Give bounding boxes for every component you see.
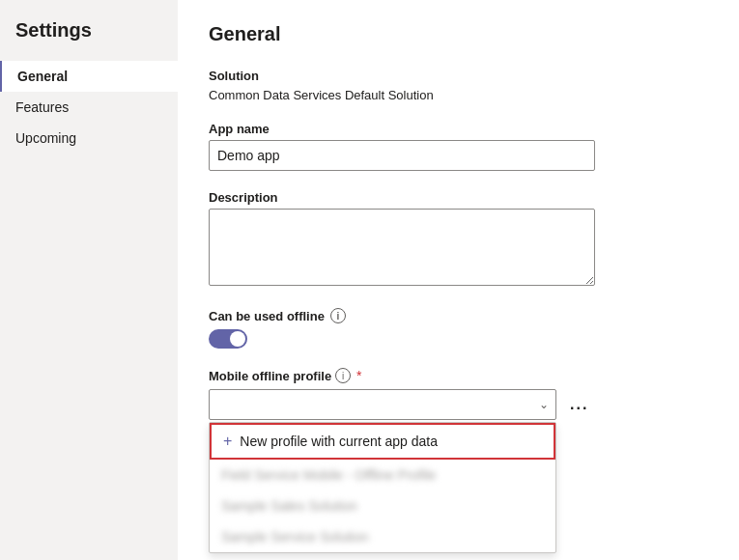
dropdown-item-3-text: Sample Service Solution: [221, 529, 369, 545]
app-name-label: App name: [209, 122, 708, 136]
sidebar-title: Settings: [0, 19, 178, 61]
profile-select-input[interactable]: [209, 389, 556, 420]
offline-field: Can be used offline i: [209, 308, 708, 349]
solution-value: Common Data Services Default Solution: [209, 88, 434, 102]
sidebar-item-features[interactable]: Features: [0, 92, 178, 123]
app-name-field: App name: [209, 122, 708, 171]
offline-toggle[interactable]: [209, 329, 708, 349]
dropdown-item-1-text: Field Service Mobile - Offline Profile: [221, 467, 436, 483]
mobile-offline-profile-field: Mobile offline profile i * ⌄ + New profi…: [209, 368, 708, 420]
sidebar-item-upcoming[interactable]: Upcoming: [0, 123, 178, 154]
sidebar: Settings General Features Upcoming: [0, 0, 178, 560]
dropdown-item-2-text: Sample Sales Solution: [221, 498, 357, 514]
dropdown-item-3[interactable]: Sample Service Solution: [210, 521, 555, 552]
sidebar-item-general[interactable]: General: [0, 61, 178, 92]
offline-info-icon[interactable]: i: [330, 308, 346, 323]
description-input[interactable]: [209, 209, 595, 286]
more-options-button[interactable]: ...: [564, 392, 594, 417]
solution-field: Solution Common Data Services Default So…: [209, 69, 708, 102]
main-content: General Solution Common Data Services De…: [178, 0, 739, 560]
description-label: Description: [209, 190, 708, 205]
mobile-profile-label: Mobile offline profile: [209, 369, 331, 383]
profile-select-wrapper: ⌄ + New profile with current app data Fi…: [209, 389, 556, 420]
dropdown-item-2[interactable]: Sample Sales Solution: [210, 490, 555, 521]
app-name-input[interactable]: [209, 140, 595, 171]
offline-label: Can be used offline: [209, 309, 325, 323]
new-profile-label: New profile with current app data: [240, 434, 438, 449]
required-indicator: *: [356, 368, 361, 383]
dropdown-item-1[interactable]: Field Service Mobile - Offline Profile: [210, 460, 555, 490]
toggle-thumb: [230, 331, 245, 347]
mobile-profile-info-icon[interactable]: i: [335, 368, 351, 383]
solution-label: Solution: [209, 69, 708, 83]
profile-dropdown: + New profile with current app data Fiel…: [209, 422, 556, 553]
description-field: Description: [209, 190, 708, 289]
new-profile-option[interactable]: + New profile with current app data: [210, 423, 555, 460]
plus-icon: +: [223, 433, 232, 450]
page-title: General: [209, 23, 708, 45]
profile-select-row: ⌄ + New profile with current app data Fi…: [209, 389, 708, 420]
